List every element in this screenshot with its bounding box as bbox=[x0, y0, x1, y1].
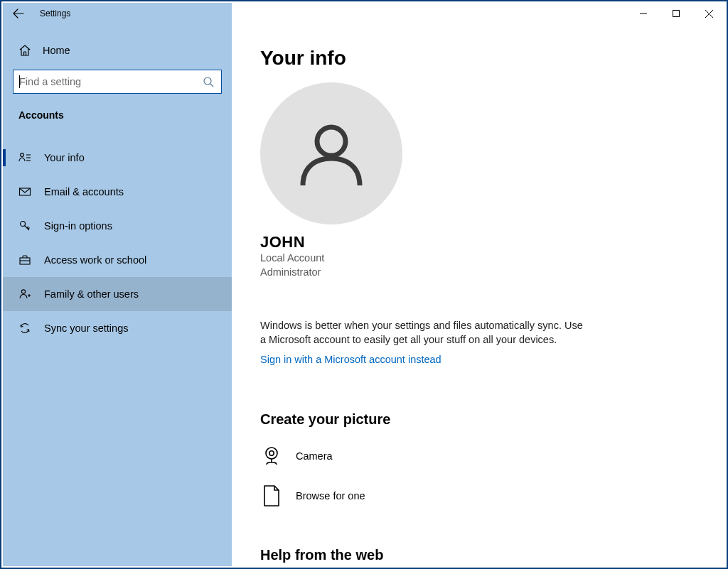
minimize-button[interactable] bbox=[627, 2, 660, 25]
your-info-icon bbox=[18, 151, 31, 164]
mail-icon bbox=[18, 185, 31, 198]
home-label: Home bbox=[43, 45, 70, 56]
key-icon bbox=[18, 220, 31, 232]
sidebar-item-label: Sync your settings bbox=[44, 323, 128, 334]
sidebar-nav: Your info Email & accounts bbox=[3, 141, 232, 345]
account-role: Administrator bbox=[260, 266, 697, 280]
sidebar-item-email-accounts[interactable]: Email & accounts bbox=[3, 175, 232, 209]
svg-point-19 bbox=[269, 451, 274, 455]
camera-option[interactable]: Camera bbox=[260, 445, 697, 467]
sidebar-item-label: Email & accounts bbox=[44, 186, 124, 197]
search-icon bbox=[203, 76, 214, 87]
svg-point-2 bbox=[21, 153, 24, 157]
maximize-icon bbox=[673, 10, 680, 17]
sidebar-item-label: Your info bbox=[44, 152, 85, 163]
back-arrow-icon bbox=[13, 8, 24, 19]
titlebar-left: Settings bbox=[3, 3, 232, 24]
close-icon bbox=[705, 10, 713, 18]
page-title: Your info bbox=[260, 47, 697, 70]
browse-label: Browse for one bbox=[296, 490, 365, 502]
sidebar-item-access-work-school[interactable]: Access work or school bbox=[3, 243, 232, 277]
back-button[interactable] bbox=[13, 8, 24, 19]
search-input[interactable] bbox=[19, 76, 215, 87]
svg-line-1 bbox=[210, 84, 213, 87]
home-nav[interactable]: Home bbox=[3, 24, 232, 60]
svg-point-0 bbox=[204, 77, 211, 85]
home-icon bbox=[18, 44, 31, 57]
svg-rect-14 bbox=[673, 11, 680, 17]
sidebar-section-title: Accounts bbox=[3, 94, 232, 121]
avatar bbox=[260, 82, 402, 224]
window-title: Settings bbox=[40, 9, 70, 18]
minimize-icon bbox=[640, 10, 647, 17]
camera-icon bbox=[260, 445, 283, 467]
signin-ms-account-link[interactable]: Sign in with a Microsoft account instead bbox=[260, 354, 441, 365]
svg-point-18 bbox=[266, 448, 277, 459]
help-heading: Help from the web bbox=[260, 547, 697, 563]
window-controls bbox=[232, 3, 725, 24]
sidebar-item-label: Sign-in options bbox=[44, 220, 112, 232]
browse-option[interactable]: Browse for one bbox=[260, 484, 697, 507]
svg-point-17 bbox=[317, 127, 346, 156]
content-area: Your info JOHN Local Account Administrat… bbox=[232, 3, 725, 566]
sidebar-item-family-other-users[interactable]: Family & other users bbox=[3, 277, 232, 311]
sidebar-item-signin-options[interactable]: Sign-in options bbox=[3, 209, 232, 243]
sidebar: Settings Home bbox=[3, 3, 232, 566]
svg-point-7 bbox=[21, 222, 26, 227]
text-caret bbox=[19, 75, 20, 88]
sidebar-item-your-info[interactable]: Your info bbox=[3, 141, 232, 175]
file-icon bbox=[260, 484, 283, 507]
sync-description: Windows is better when your settings and… bbox=[260, 319, 587, 347]
username: JOHN bbox=[260, 233, 697, 251]
add-user-icon bbox=[18, 288, 31, 300]
settings-window: Settings Home bbox=[0, 0, 728, 569]
person-icon bbox=[292, 114, 370, 193]
sidebar-item-sync-settings[interactable]: Sync your settings bbox=[3, 311, 232, 345]
close-button[interactable] bbox=[692, 2, 725, 25]
camera-label: Camera bbox=[296, 450, 333, 462]
sidebar-item-label: Access work or school bbox=[44, 254, 146, 266]
maximize-button[interactable] bbox=[660, 2, 692, 25]
sidebar-item-label: Family & other users bbox=[44, 288, 139, 300]
search-input-wrap[interactable] bbox=[13, 70, 222, 94]
create-picture-heading: Create your picture bbox=[260, 411, 697, 428]
briefcase-icon bbox=[18, 254, 31, 266]
svg-point-10 bbox=[21, 290, 25, 293]
sync-icon bbox=[18, 322, 31, 335]
account-type: Local Account bbox=[260, 251, 697, 266]
